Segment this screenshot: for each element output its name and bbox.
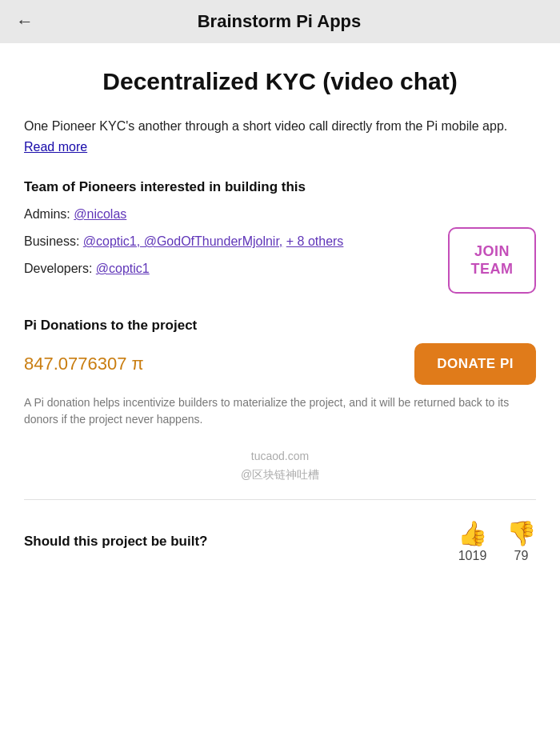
header: ← Brainstorm Pi Apps <box>0 0 560 43</box>
donations-section: Pi Donations to the project 847.0776307 … <box>24 318 536 428</box>
donations-section-title: Pi Donations to the project <box>24 318 536 334</box>
back-button[interactable]: ← <box>16 11 34 32</box>
content: Decentralized KYC (video chat) One Pione… <box>0 43 560 587</box>
donations-row: 847.0776307 π DONATE PI <box>24 343 536 385</box>
vote-section: Should this project be built? 👍 1019 👎 7… <box>24 513 536 563</box>
developers-row: Developers: @coptic1 <box>24 259 435 278</box>
donation-note: A Pi donation helps incentivize builders… <box>24 394 536 428</box>
join-team-button[interactable]: JOINTEAM <box>448 227 536 294</box>
thumbs-down-icon[interactable]: 👎 <box>506 519 536 547</box>
business-others-link[interactable]: + 8 others <box>286 234 344 248</box>
thumbs-down-count: 79 <box>514 549 529 563</box>
thumbs-up-count: 1019 <box>458 549 487 563</box>
team-info: Admins: @nicolas Business: @coptic1, @Go… <box>24 205 435 286</box>
vote-question: Should this project be built? <box>24 534 208 550</box>
project-description: One Pioneer KYC's another through a shor… <box>24 116 536 157</box>
admins-row: Admins: @nicolas <box>24 205 435 224</box>
header-title: Brainstorm Pi Apps <box>46 11 512 32</box>
divider <box>24 499 536 500</box>
business-row: Business: @coptic1, @GodOfThunderMjolnir… <box>24 232 435 251</box>
team-content: Admins: @nicolas Business: @coptic1, @Go… <box>24 205 536 294</box>
business-members-link[interactable]: @coptic1, @GodOfThunderMjolnir, <box>83 234 282 248</box>
vote-buttons: 👍 1019 👎 79 <box>458 519 536 563</box>
donation-amount: 847.0776307 π <box>24 354 144 374</box>
watermark: tucaod.com @区块链神吐槽 <box>24 447 536 483</box>
business-others: + 8 others <box>286 234 344 248</box>
read-more-link[interactable]: Read more <box>24 140 87 154</box>
team-section: Team of Pioneers interested in building … <box>24 179 536 294</box>
admin-link[interactable]: @nicolas <box>74 207 126 221</box>
donate-pi-button[interactable]: DONATE PI <box>414 343 536 385</box>
thumbs-down-item: 👎 79 <box>506 519 536 563</box>
thumbs-up-icon[interactable]: 👍 <box>458 519 487 547</box>
thumbs-up-item: 👍 1019 <box>458 519 487 563</box>
team-section-title: Team of Pioneers interested in building … <box>24 179 536 195</box>
project-title: Decentralized KYC (video chat) <box>24 66 536 97</box>
developer-link[interactable]: @coptic1 <box>96 262 150 275</box>
